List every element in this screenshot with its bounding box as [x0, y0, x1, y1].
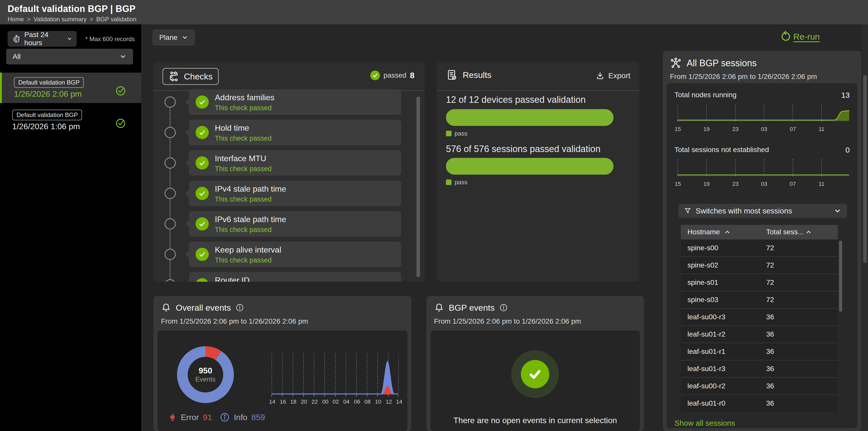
- total-sessions-cell: 36: [766, 347, 774, 356]
- breadcrumb-home[interactable]: Home: [8, 16, 24, 23]
- sessions-time-range: From 1/25/2026 2:06 pm to 1/26/2026 2:06…: [670, 73, 817, 81]
- page-scrollbar[interactable]: [862, 24, 868, 431]
- breadcrumb-validation-summary[interactable]: Validation summary: [33, 16, 87, 23]
- bgp-validation-page: Default validation BGP | BGP Home > Vali…: [0, 0, 868, 431]
- check-passed-icon: [195, 126, 209, 139]
- session-list-item-selected[interactable]: Default validation BGP 1/26/2026 2:06 pm: [0, 73, 141, 103]
- timeline-node: [164, 96, 176, 108]
- bgp-events-range: From 1/25/2026 2:06 pm to 1/26/2026 2:06…: [434, 317, 581, 325]
- sort-asc-icon[interactable]: [724, 229, 731, 235]
- bell-icon: [161, 303, 171, 313]
- axis-tick: 03: [759, 181, 769, 187]
- pass-legend-label: pass: [455, 179, 467, 186]
- table-row[interactable]: leaf-su00-r236: [681, 377, 838, 394]
- info-icon[interactable]: [499, 303, 508, 312]
- hostname-cell: leaf-su00-r2: [687, 382, 725, 390]
- check-item[interactable]: Interface MTU This check passed: [189, 150, 401, 176]
- stopwatch-icon: [12, 34, 21, 44]
- check-item[interactable]: IPv6 stale path time This check passed: [189, 211, 401, 237]
- axis-tick: 22: [310, 399, 320, 405]
- session-filter-select[interactable]: All: [6, 49, 133, 64]
- table-row[interactable]: leaf-su01-r036: [681, 394, 838, 412]
- hostname-cell: leaf-su01-r0: [687, 399, 725, 407]
- check-item[interactable]: Keep alive interval This check passed: [189, 242, 401, 267]
- breadcrumb-separator: >: [90, 16, 93, 23]
- hostname-column-header[interactable]: Hostname: [687, 228, 720, 236]
- switches-filter-label: Switches with most sessions: [695, 207, 792, 215]
- rerun-button[interactable]: Re-run: [780, 31, 820, 42]
- checks-scrollbar[interactable]: [416, 96, 420, 277]
- timeframe-dropdown[interactable]: Past 24 hours: [8, 31, 77, 47]
- axis-tick: 12: [384, 399, 394, 405]
- table-row[interactable]: spine-s0372: [681, 291, 838, 308]
- checks-title-chip: Checks: [162, 68, 219, 85]
- axis-tick: 07: [788, 181, 798, 187]
- total-sessions-cell: 36: [766, 365, 774, 373]
- total-sessions-cell: 72: [766, 278, 774, 287]
- check-passed-icon: [195, 278, 209, 282]
- timeline-node: [164, 188, 176, 199]
- axis-tick: 14: [394, 399, 404, 405]
- timeline-node: [164, 127, 176, 138]
- donut-total: 950: [198, 366, 212, 375]
- sessions-table-header: Hostname Total sess...: [681, 225, 838, 239]
- table-row[interactable]: leaf-su01-r336: [681, 360, 838, 377]
- hostname-cell: leaf-su01-r2: [687, 330, 725, 338]
- results-card: Results Export 12 of 12 devices passed v…: [437, 62, 640, 282]
- sessions-not-established-sparkline: [675, 158, 850, 178]
- checks-passed-summary: passed 8: [370, 71, 414, 80]
- table-row[interactable]: spine-s0072: [681, 239, 838, 256]
- export-button[interactable]: Export: [595, 71, 630, 80]
- axis-tick: 19: [702, 126, 712, 132]
- hostname-cell: spine-s02: [687, 261, 718, 269]
- flame-icon: [168, 412, 177, 422]
- page-scrollbar-thumb[interactable]: [863, 75, 867, 263]
- show-all-sessions-link[interactable]: Show all sessions: [675, 419, 735, 427]
- axis-tick: 06: [352, 399, 362, 405]
- nodes-running-value: 13: [841, 91, 850, 100]
- check-item-name: Hold time: [215, 123, 249, 133]
- hostname-cell: spine-s03: [687, 296, 718, 304]
- table-row[interactable]: spine-s0272: [681, 256, 838, 274]
- check-item[interactable]: Address families This check passed: [189, 89, 401, 115]
- passed-check-icon: [370, 71, 380, 80]
- check-passed-icon: [195, 187, 209, 200]
- axis-tick: 04: [341, 399, 351, 405]
- axis-tick: 15: [673, 126, 683, 132]
- sessions-passed-heading: 576 of 576 sessions passed validation: [446, 144, 600, 154]
- events-legend: Error 91 Info 859: [168, 412, 265, 422]
- session-badge: Default validation BGP: [12, 110, 82, 120]
- table-row[interactable]: spine-s0172: [681, 274, 838, 291]
- check-item-name: Address families: [215, 93, 275, 102]
- axis-tick: 14: [267, 399, 277, 405]
- checks-pipeline-icon: [168, 71, 180, 82]
- session-list-item[interactable]: Default validation BGP 1/26/2026 1:06 pm: [0, 105, 141, 136]
- sessions-inner-panel: Total nodes running 13 15 19 23 03 07 11…: [667, 83, 857, 428]
- total-sessions-column-header[interactable]: Total sess...: [766, 228, 804, 236]
- overall-events-title: Overall events: [176, 303, 231, 313]
- events-donut-chart: 950 Events: [177, 346, 234, 403]
- funnel-icon: [684, 207, 691, 215]
- plane-dropdown[interactable]: Plane: [152, 29, 195, 46]
- sessions-passed-bar: [446, 158, 614, 175]
- table-row[interactable]: leaf-su01-r136: [681, 343, 838, 360]
- check-item[interactable]: Hold time This check passed: [189, 120, 401, 145]
- events-histogram: [271, 352, 399, 398]
- all-bgp-sessions-title: All BGP sessions: [687, 58, 756, 69]
- switches-filter-dropdown[interactable]: Switches with most sessions: [678, 204, 847, 218]
- check-item[interactable]: Router ID This check passed: [189, 272, 401, 282]
- passed-count: 8: [410, 71, 414, 80]
- axis-tick: 23: [731, 181, 741, 187]
- session-timestamp: 1/26/2026 1:06 pm: [12, 122, 80, 131]
- check-item-name: IPv4 stale path time: [215, 184, 286, 194]
- sort-asc-icon[interactable]: [805, 229, 812, 235]
- table-row[interactable]: leaf-su00-r336: [681, 308, 838, 325]
- checks-card: Checks passed 8 Address families This ch…: [153, 62, 425, 282]
- check-item[interactable]: IPv4 stale path time This check passed: [189, 181, 401, 206]
- table-scrollbar[interactable]: [839, 241, 842, 312]
- check-item-name: IPv6 stale path time: [215, 215, 286, 224]
- info-icon[interactable]: [236, 303, 244, 312]
- success-check-icon: [511, 350, 559, 398]
- total-sessions-cell: 72: [766, 244, 774, 252]
- table-row[interactable]: leaf-su01-r236: [681, 325, 838, 343]
